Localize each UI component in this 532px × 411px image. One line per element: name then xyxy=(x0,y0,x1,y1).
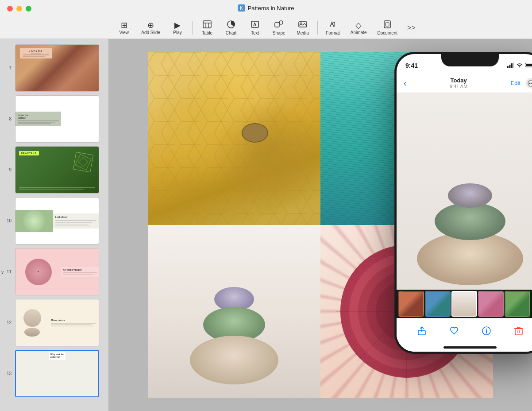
svg-rect-33 xyxy=(507,66,509,68)
svg-text:A: A xyxy=(253,22,256,27)
slide-item-active[interactable]: 13 Why look forpatterns? xyxy=(0,348,108,399)
table-icon xyxy=(203,20,212,30)
slide-number: 12 xyxy=(4,320,12,325)
document-icon xyxy=(383,20,392,30)
iphone-back-button[interactable]: ‹ xyxy=(404,78,407,88)
slide-panel[interactable]: 7 LAYERS 8 Under thesur xyxy=(0,39,108,411)
thumbnail-5[interactable] xyxy=(505,291,530,317)
iphone-urchin-stack xyxy=(417,183,523,285)
format-label: Format xyxy=(326,31,340,35)
delete-button[interactable] xyxy=(512,324,526,338)
media-label: Media xyxy=(297,31,308,35)
svg-point-42 xyxy=(529,82,530,84)
format-icon xyxy=(328,20,337,30)
urchin-bottom xyxy=(417,232,523,285)
media-icon xyxy=(298,20,307,30)
iphone-more-button[interactable] xyxy=(526,78,532,89)
animate-label: Animate xyxy=(351,30,367,35)
favorite-button[interactable] xyxy=(447,324,461,338)
svg-rect-14 xyxy=(384,21,390,28)
slide-thumbnail[interactable]: Why look forpatterns? xyxy=(15,350,99,397)
iphone-time: 9:41 xyxy=(405,62,418,69)
slide-number: 9 xyxy=(4,167,12,172)
view-label: View xyxy=(120,30,129,35)
svg-rect-34 xyxy=(509,65,511,68)
canvas-area[interactable]: 9:41 xyxy=(108,39,532,411)
window-title: K Patterns in Nature xyxy=(238,4,294,12)
toolbar: ⊞ View ⊕ Add Slide ▶ Play Table xyxy=(108,18,424,39)
shape-icon xyxy=(274,20,283,30)
iphone-screen: 9:41 xyxy=(397,54,532,352)
toolbar-animate[interactable]: ◇ Animate xyxy=(346,19,371,37)
text-icon: A xyxy=(251,20,259,30)
iphone-notch xyxy=(441,54,499,66)
toolbar-shape[interactable]: Shape xyxy=(268,19,290,37)
iphone-device: 9:41 xyxy=(395,52,532,353)
svg-rect-15 xyxy=(386,23,389,26)
svg-point-41 xyxy=(531,82,532,84)
add-slide-label: Add Slide xyxy=(141,30,160,35)
slide-thumbnail[interactable]: LAYERS xyxy=(15,44,99,92)
svg-line-23 xyxy=(259,117,266,126)
slide-item[interactable]: ∨ 11 SYMMETRIES xyxy=(0,246,108,297)
home-bar xyxy=(443,346,497,349)
slide-thumbnail[interactable]: FRACTALS xyxy=(15,146,99,194)
toolbar-document[interactable]: Document xyxy=(373,19,402,37)
toolbar-format[interactable]: Format xyxy=(321,19,344,37)
svg-rect-36 xyxy=(513,62,515,68)
minimize-button[interactable] xyxy=(16,6,22,12)
svg-rect-35 xyxy=(511,63,513,68)
iphone-nav-title: Today 9:41 AM xyxy=(450,77,467,89)
share-button[interactable] xyxy=(415,324,429,338)
toolbar-play[interactable]: ▶ Play xyxy=(166,19,189,37)
slide-number: 8 xyxy=(4,116,12,121)
info-button[interactable] xyxy=(479,324,493,338)
add-slide-icon: ⊕ xyxy=(147,21,154,29)
svg-point-47 xyxy=(486,328,486,329)
svg-point-8 xyxy=(279,21,283,24)
slide-thumbnail[interactable]: SYMMETRIES xyxy=(15,248,99,295)
toolbar-sep-1 xyxy=(192,21,193,35)
battery-icon xyxy=(525,62,532,69)
slide-number: 7 xyxy=(4,66,12,70)
text-label: Text xyxy=(251,31,259,35)
slide-item[interactable]: 8 Under thesurface xyxy=(0,93,108,144)
slide-item[interactable]: 12 Mirror, mirror xyxy=(0,297,108,348)
iphone-edit-button[interactable]: Edit xyxy=(511,80,520,86)
group-arrow: ∨ xyxy=(1,269,4,274)
toolbar-view[interactable]: ⊞ View xyxy=(113,19,135,37)
signal-icon xyxy=(507,62,514,69)
slide-number: 13 xyxy=(4,371,12,376)
close-button[interactable] xyxy=(7,6,13,12)
toolbar-table[interactable]: Table xyxy=(196,19,218,37)
thumbnail-3-selected[interactable] xyxy=(451,291,477,317)
animate-icon: ◇ xyxy=(355,21,362,29)
slide-thumbnail[interactable]: Mirror, mirror xyxy=(15,299,99,346)
toolbar-media[interactable]: Media xyxy=(292,19,314,37)
iphone-nav-actions: Edit xyxy=(511,78,532,89)
slide-item[interactable]: 7 LAYERS xyxy=(0,43,108,93)
slide-thumbnail[interactable]: Look closer xyxy=(15,197,99,244)
maximize-button[interactable] xyxy=(26,6,31,12)
slide-item[interactable]: 9 FRACTALS xyxy=(0,144,108,195)
urchin-middle xyxy=(435,202,505,240)
wifi-icon xyxy=(516,62,523,69)
slide-number: 10 xyxy=(4,218,12,223)
svg-rect-39 xyxy=(526,64,532,66)
window-controls[interactable] xyxy=(7,6,31,12)
slide-thumbnail[interactable]: Under thesurface xyxy=(15,95,99,143)
chart-icon xyxy=(227,20,235,30)
slide-item[interactable]: 10 Look closer xyxy=(0,195,108,246)
iphone-thumbnail-strip[interactable] xyxy=(397,290,532,318)
toolbar-more-button[interactable]: >> xyxy=(404,22,419,34)
toolbar-chart[interactable]: Chart xyxy=(220,19,242,37)
document-label: Document xyxy=(377,31,397,35)
iphone-home-indicator xyxy=(397,343,532,352)
thumbnail-2[interactable] xyxy=(425,291,451,317)
toolbar-text[interactable]: A Text xyxy=(244,19,266,37)
iphone-photo-toolbar xyxy=(397,318,532,343)
svg-line-22 xyxy=(239,120,244,128)
toolbar-add-slide[interactable]: ⊕ Add Slide xyxy=(137,19,165,37)
thumbnail-4[interactable] xyxy=(478,291,504,317)
thumbnail-1[interactable] xyxy=(398,291,424,317)
